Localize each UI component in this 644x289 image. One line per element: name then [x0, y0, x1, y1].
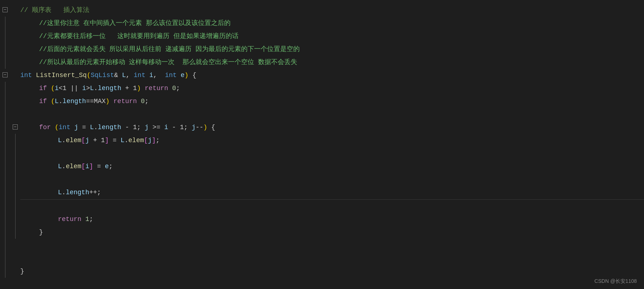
- code-line: [0, 173, 644, 186]
- fold-icon[interactable]: −: [3, 7, 8, 12]
- line-content: [20, 173, 644, 186]
- code-line: L.elem[i] = e;: [0, 160, 644, 173]
- fold-gutter-0: [0, 30, 10, 43]
- line-content: if (i<1 || i>L.length + 1) return 0;: [20, 82, 644, 95]
- fold-gutter-1: [10, 82, 20, 95]
- line-content: // 顺序表 插入算法: [20, 4, 644, 17]
- code-container: −// 顺序表 插入算法//这里你注意 在中间插入一个元素 那么该位置以及该位置…: [0, 0, 644, 289]
- line-content: //所以从最后的元素开始移动 这样每移动一次 那么就会空出来一个空位 数据不会丢…: [20, 56, 644, 69]
- fold-gutter-1: −: [10, 121, 20, 134]
- fold-gutter-0: [0, 213, 10, 226]
- fold-gutter-0: [0, 121, 10, 134]
- fold-gutter-1: [10, 95, 20, 108]
- line-content: for (int j = L.length - 1; j >= i - 1; j…: [20, 121, 644, 134]
- fold-gutter-1: [10, 265, 20, 278]
- line-content: [20, 252, 644, 265]
- line-content: }: [20, 226, 644, 239]
- fold-gutter-0: [0, 43, 10, 56]
- fold-gutter-1: [10, 147, 20, 160]
- code-line: L.elem[j + 1] = L.elem[j];: [0, 134, 644, 147]
- line-content: [20, 147, 644, 160]
- code-line: if (i<1 || i>L.length + 1) return 0;: [0, 82, 644, 95]
- code-line: [0, 200, 644, 213]
- fold-gutter-1: [10, 213, 20, 226]
- fold-icon[interactable]: −: [3, 72, 8, 77]
- fold-gutter-1: [10, 160, 20, 173]
- line-content: }: [20, 265, 644, 278]
- code-line: if (L.length==MAX) return 0;: [0, 95, 644, 108]
- line-content: L.elem[j + 1] = L.elem[j];: [20, 134, 644, 147]
- code-line: [0, 239, 644, 252]
- fold-gutter-0: [0, 56, 10, 69]
- fold-gutter-1: [10, 69, 20, 82]
- fold-gutter-0: [0, 82, 10, 95]
- fold-gutter-0: [0, 200, 10, 213]
- fold-gutter-1: [10, 226, 20, 239]
- code-line: −int ListInsert_Sq(SqList& L, int i, int…: [0, 69, 644, 82]
- line-content: //元素都要往后移一位 这时就要用到遍历 但是如果递增遍历的话: [20, 30, 644, 43]
- fold-gutter-1: [10, 173, 20, 186]
- fold-gutter-0: −: [0, 69, 10, 82]
- line-content: [20, 108, 644, 121]
- code-line: }: [0, 265, 644, 278]
- fold-gutter-0: [0, 265, 10, 278]
- fold-gutter-0: [0, 239, 10, 252]
- fold-gutter-1: [10, 56, 20, 69]
- fold-gutter-1: [10, 30, 20, 43]
- fold-gutter-0: [0, 160, 10, 173]
- line-content: if (L.length==MAX) return 0;: [20, 95, 644, 108]
- code-line: //这里你注意 在中间插入一个元素 那么该位置以及该位置之后的: [0, 17, 644, 30]
- fold-gutter-1: [10, 239, 20, 252]
- fold-icon[interactable]: −: [13, 124, 18, 129]
- line-content: //后面的元素就会丢失 所以采用从后往前 递减遍历 因为最后的元素的下一个位置是…: [20, 43, 644, 56]
- fold-gutter-1: [10, 200, 20, 213]
- fold-gutter-1: [10, 4, 20, 17]
- fold-gutter-0: [0, 147, 10, 160]
- fold-gutter-0: [0, 95, 10, 108]
- line-content: [20, 239, 644, 252]
- line-content: //这里你注意 在中间插入一个元素 那么该位置以及该位置之后的: [20, 17, 644, 30]
- code-line: //元素都要往后移一位 这时就要用到遍历 但是如果递增遍历的话: [0, 30, 644, 43]
- code-line: −// 顺序表 插入算法: [0, 4, 644, 17]
- line-content: L.elem[i] = e;: [20, 160, 644, 173]
- fold-gutter-0: [0, 252, 10, 265]
- line-content: return 1;: [20, 213, 644, 226]
- fold-gutter-0: [0, 108, 10, 121]
- code-line: }: [0, 226, 644, 239]
- fold-gutter-0: [0, 186, 10, 199]
- fold-gutter-1: [10, 134, 20, 147]
- fold-gutter-0: [0, 226, 10, 239]
- code-line: [0, 108, 644, 121]
- line-content: int ListInsert_Sq(SqList& L, int i, int …: [20, 69, 644, 82]
- fold-gutter-1: [10, 17, 20, 30]
- fold-gutter-1: [10, 108, 20, 121]
- code-line: //后面的元素就会丢失 所以采用从后往前 递减遍历 因为最后的元素的下一个位置是…: [0, 43, 644, 56]
- code-line: [0, 147, 644, 160]
- section-divider: [0, 199, 644, 200]
- fold-gutter-0: [0, 173, 10, 186]
- code-line: L.length++;: [0, 186, 644, 199]
- code-line: return 1;: [0, 213, 644, 226]
- code-line: //所以从最后的元素开始移动 这样每移动一次 那么就会空出来一个空位 数据不会丢…: [0, 56, 644, 69]
- fold-gutter-0: −: [0, 4, 10, 17]
- watermark: CSDN @长安1108: [594, 278, 637, 285]
- fold-gutter-1: [10, 252, 20, 265]
- fold-gutter-0: [0, 134, 10, 147]
- code-line: −for (int j = L.length - 1; j >= i - 1; …: [0, 121, 644, 134]
- line-content: [20, 200, 644, 213]
- code-line: [0, 252, 644, 265]
- line-content: L.length++;: [20, 186, 644, 199]
- fold-gutter-1: [10, 43, 20, 56]
- fold-gutter-0: [0, 17, 10, 30]
- fold-gutter-1: [10, 186, 20, 199]
